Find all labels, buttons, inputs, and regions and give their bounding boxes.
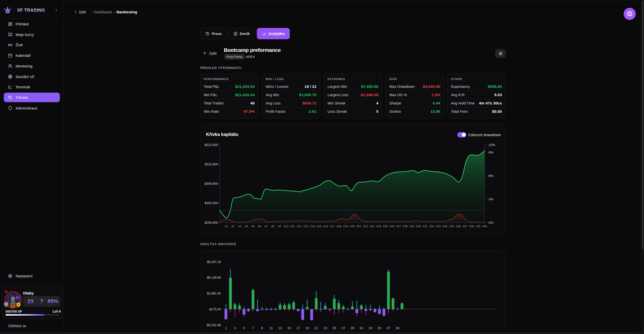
- svg-text:-0%: -0%: [488, 221, 494, 225]
- svg-text:-6%: -6%: [488, 174, 494, 178]
- svg-text:#11: #11: [290, 225, 295, 228]
- svg-text:$295,800: $295,800: [205, 221, 218, 225]
- svg-text:$302,800: $302,800: [205, 201, 218, 205]
- svg-text:#24: #24: [376, 225, 381, 228]
- svg-text:#16: #16: [323, 225, 328, 228]
- svg-text:9: 9: [261, 326, 263, 330]
- svg-text:7: 7: [252, 326, 254, 330]
- svg-text:#23: #23: [370, 225, 374, 228]
- svg-text:3: 3: [234, 326, 236, 330]
- svg-text:#7: #7: [264, 225, 268, 228]
- svg-text:#37: #37: [462, 225, 467, 228]
- svg-text:#18: #18: [337, 225, 341, 228]
- svg-text:#35: #35: [449, 225, 454, 228]
- svg-text:#33: #33: [436, 225, 441, 228]
- svg-text:#6: #6: [258, 225, 261, 228]
- svg-text:$323,800: $323,800: [205, 143, 218, 147]
- svg-text:#14: #14: [310, 225, 315, 228]
- svg-text:35: 35: [378, 326, 381, 330]
- svg-text:#39: #39: [476, 225, 480, 228]
- svg-text:#28: #28: [403, 225, 408, 228]
- svg-text:#3: #3: [238, 225, 241, 228]
- svg-text:21: 21: [314, 326, 318, 330]
- svg-text:29: 29: [350, 326, 354, 330]
- svg-text:-9%: -9%: [488, 151, 494, 154]
- svg-text:#19: #19: [343, 225, 348, 228]
- svg-text:#15: #15: [317, 225, 321, 228]
- svg-text:17: 17: [296, 326, 300, 330]
- svg-text:#22: #22: [363, 225, 368, 228]
- svg-text:13: 13: [278, 326, 282, 330]
- svg-text:5: 5: [243, 326, 245, 330]
- svg-text:#10: #10: [284, 225, 288, 228]
- svg-text:#38: #38: [469, 225, 474, 228]
- svg-text:#40: #40: [482, 225, 487, 228]
- svg-text:#9: #9: [278, 225, 281, 228]
- svg-text:#13: #13: [303, 225, 308, 228]
- svg-text:1: 1: [225, 326, 227, 330]
- svg-text:-10%: -10%: [488, 143, 495, 147]
- svg-text:33: 33: [369, 326, 372, 330]
- svg-text:39: 39: [396, 326, 399, 330]
- svg-text:#31: #31: [423, 225, 427, 228]
- svg-text:#8: #8: [271, 225, 274, 228]
- svg-text:#30: #30: [416, 225, 421, 228]
- svg-text:#25: #25: [383, 225, 388, 228]
- svg-text:#5: #5: [251, 225, 255, 228]
- svg-text:#4: #4: [245, 225, 248, 228]
- svg-text:25: 25: [333, 326, 336, 330]
- svg-text:-$3,332.48: -$3,332.48: [206, 323, 221, 327]
- svg-text:#17: #17: [330, 225, 335, 228]
- svg-text:#34: #34: [442, 225, 448, 228]
- svg-text:#32: #32: [429, 225, 434, 228]
- svg-text:#2: #2: [231, 225, 235, 228]
- svg-text:-3%: -3%: [488, 197, 494, 201]
- svg-text:$316,800: $316,800: [205, 162, 218, 166]
- svg-text:31: 31: [359, 326, 363, 330]
- svg-text:23: 23: [324, 326, 327, 330]
- svg-text:27: 27: [341, 326, 345, 330]
- svg-text:#12: #12: [297, 225, 302, 228]
- svg-text:11: 11: [269, 326, 273, 330]
- svg-text:#21: #21: [356, 225, 361, 228]
- svg-text:-$175.04: -$175.04: [209, 308, 221, 311]
- svg-text:$2,982.40: $2,982.40: [207, 292, 221, 295]
- svg-text:$6,139.84: $6,139.84: [207, 276, 221, 279]
- svg-text:#20: #20: [350, 225, 354, 228]
- svg-text:$9,297.28: $9,297.28: [207, 260, 221, 264]
- svg-text:$309,800: $309,800: [205, 182, 218, 185]
- svg-text:#29: #29: [409, 225, 414, 228]
- svg-text:#26: #26: [389, 225, 394, 228]
- svg-text:#36: #36: [456, 225, 461, 228]
- svg-text:#1: #1: [225, 225, 228, 228]
- svg-text:19: 19: [305, 326, 309, 330]
- svg-text:#27: #27: [396, 225, 401, 228]
- svg-text:15: 15: [287, 326, 291, 330]
- svg-text:37: 37: [387, 326, 390, 330]
